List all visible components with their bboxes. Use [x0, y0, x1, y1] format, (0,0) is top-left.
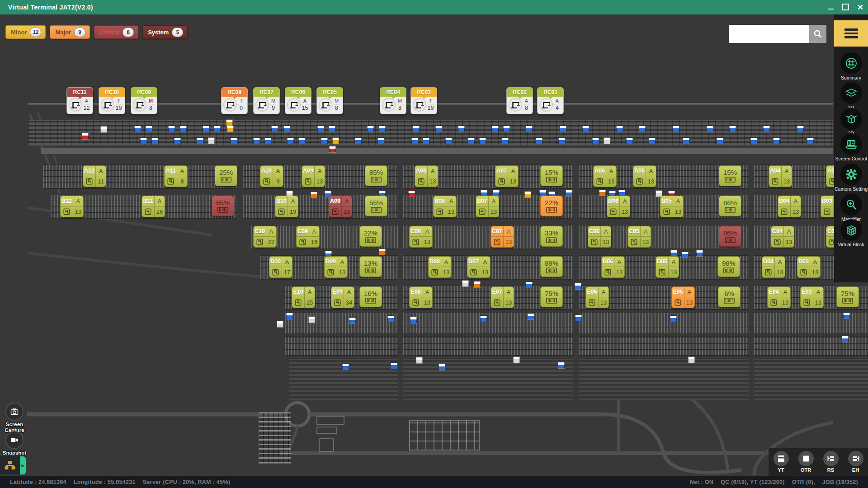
yard-block-a07[interactable]: A07 A 13 — [495, 165, 519, 187]
occupancy-badge[interactable]: 75% — [540, 286, 563, 307]
yard-block-a05[interactable]: A05 A 13 — [633, 165, 656, 187]
yard-block-d05[interactable]: D05 A 13 — [656, 256, 679, 278]
yard-block-a06[interactable]: A06 A 13 — [593, 165, 617, 187]
yard-block-b07[interactable]: B07 A 13 — [476, 196, 499, 217]
occupancy-badge[interactable]: 86% — [719, 226, 741, 247]
yard-block-c06[interactable]: C06 A 13 — [588, 226, 611, 248]
yard-block-e10[interactable]: E10 A 25 — [292, 286, 315, 308]
yard-block-a11[interactable]: A11 A 8 — [164, 165, 188, 187]
yard-block-d07[interactable]: D07 A 13 — [467, 256, 491, 278]
search-input[interactable] — [729, 25, 809, 43]
yard-block-e03[interactable]: E03 A 13 — [800, 286, 824, 308]
occupancy-badge[interactable]: 65% — [212, 196, 234, 216]
toolbar-rs-button[interactable]: RS — [823, 451, 839, 473]
occupancy-badge[interactable]: 22% — [359, 226, 382, 247]
toolbar-eh-button[interactable]: EH — [848, 451, 863, 473]
alert-filter-major[interactable]: Major9 — [50, 25, 90, 39]
yard-block-b08[interactable]: B08 A 13 — [433, 196, 457, 217]
yard-block-b10[interactable]: B10 A 19 — [275, 196, 298, 217]
occupancy-badge[interactable]: 22% — [540, 196, 563, 216]
yard-block-a08[interactable]: A08 A 13 — [415, 165, 438, 187]
occupancy-badge[interactable]: 15% — [540, 165, 563, 186]
sidebar-item-screen-control[interactable]: Screen Control — [834, 133, 868, 161]
tree-panel-button[interactable] — [0, 456, 20, 474]
snapshot-button[interactable]: Snapshot — [1, 431, 28, 456]
yard-block-e06[interactable]: E06 A 13 — [585, 286, 609, 308]
menu-button[interactable] — [834, 20, 868, 47]
yard-block-e04[interactable]: E04 A 13 — [767, 286, 791, 308]
yard-block-c05[interactable]: C05 A 13 — [627, 226, 651, 248]
sidebar-item-2d[interactable]: 2D — [834, 82, 868, 110]
crane-card-rc03[interactable]: RC03 T 19 — [410, 87, 437, 114]
minimize-button[interactable] — [828, 4, 834, 10]
yard-block-d10[interactable]: D10 A 17 — [269, 256, 292, 278]
sidebar-item-camera-setting[interactable]: Camera Setting — [834, 164, 868, 192]
crane-card-rc07[interactable]: RC07 M 9 — [253, 87, 280, 114]
occupancy-badge[interactable]: 25% — [215, 165, 237, 186]
yard-block-a09[interactable]: A09 A 13 — [329, 196, 352, 217]
alert-label: System — [148, 29, 169, 36]
crane-card-rc08[interactable]: RC08 T 0 — [221, 87, 248, 114]
container-icon — [546, 177, 557, 183]
maximize-button[interactable] — [842, 4, 849, 11]
yard-block-d09[interactable]: D09 A 13 — [324, 256, 348, 278]
toolbar-otr-button[interactable]: OTR — [798, 451, 814, 473]
yard-block-b12[interactable]: B12 A 13 — [60, 196, 84, 217]
crane-card-rc02[interactable]: RC02 A 8 — [506, 87, 533, 114]
occupancy-badge[interactable]: 75% — [836, 286, 859, 307]
sidebar-item-virtual-block[interactable]: Virtual Block — [834, 219, 868, 247]
alert-filter-system[interactable]: System5 — [142, 25, 188, 39]
yard-block-a04[interactable]: A04 A 13 — [769, 165, 792, 187]
occupancy-badge[interactable]: 98% — [717, 256, 740, 277]
toolbar-yt-button[interactable]: YT — [774, 451, 789, 473]
sidebar-item-3d[interactable]: 3D — [834, 108, 868, 136]
yard-block-e07[interactable]: E07 A 13 — [491, 286, 514, 308]
search-button[interactable] — [809, 25, 826, 43]
yard-block-c09[interactable]: C09 A 16 — [296, 226, 320, 248]
alert-filter-minor[interactable]: Minor12 — [5, 25, 46, 39]
sidebar-item-magnifier[interactable]: Magnifier — [834, 194, 868, 222]
crane-card-rc04[interactable]: RC04 M 8 — [380, 87, 406, 114]
yard-block-d08[interactable]: D08 A 13 — [428, 256, 452, 278]
occupancy-badge[interactable]: 66% — [719, 196, 741, 216]
yard-block-c04[interactable]: C04 A 13 — [771, 226, 794, 248]
crane-card-rc01[interactable]: RC01 A 4 — [537, 87, 564, 114]
alert-filter-critical[interactable]: Critical8 — [94, 25, 138, 39]
occupancy-badge[interactable]: 16% — [359, 286, 382, 307]
yard-block-c10[interactable]: C10 A 22 — [253, 226, 277, 248]
yard-block-d06[interactable]: D06 A 13 — [601, 256, 625, 278]
sidebar-item-summary[interactable]: Summary — [834, 52, 868, 80]
occupancy-badge[interactable]: 13% — [359, 256, 382, 277]
yard-block-d04[interactable]: D04 A 13 — [762, 256, 785, 278]
yard-block-d03[interactable]: D03 A 13 — [797, 256, 821, 278]
yard-block-a09[interactable]: A09 A 13 — [302, 165, 325, 187]
crane-card-rc05[interactable]: RC05 M 8 — [316, 87, 343, 114]
panel-expand-button[interactable]: ▶ — [20, 456, 26, 474]
occupancy-badge[interactable]: 33% — [540, 226, 563, 247]
close-button[interactable]: ✕ — [857, 4, 863, 11]
yard-block-c07[interactable]: C07 A 13 — [491, 226, 514, 248]
crane-icon — [413, 98, 426, 112]
crane-card-rc10[interactable]: RC10 T 19 — [99, 87, 125, 114]
yard-block-a10[interactable]: A10 A 9 — [260, 165, 283, 187]
yard-block-e08[interactable]: E08 A 13 — [409, 286, 433, 308]
yard-block-e05[interactable]: E05 A 13 — [671, 286, 695, 308]
container-marker — [696, 250, 703, 257]
yard-block-c08[interactable]: C08 A 13 — [409, 226, 433, 248]
occupancy-badge[interactable]: 88% — [540, 256, 563, 277]
occupancy-badge[interactable]: 6% — [718, 286, 741, 307]
yard-block-a12[interactable]: A12 A 11 — [83, 165, 106, 187]
terminal-map[interactable]: RC11 A 12 RC10 — [0, 14, 868, 476]
yard-block-b11[interactable]: B11 A 26 — [142, 196, 165, 217]
occupancy-badge[interactable]: 55% — [365, 196, 387, 216]
crane-card-rc11[interactable]: RC11 A 12 — [66, 87, 93, 114]
yard-block-b04[interactable]: B04 A 13 — [778, 196, 801, 217]
yard-block-e09[interactable]: E09 A 34 — [331, 286, 354, 308]
crane-card-rc06[interactable]: RC06 A 15 — [285, 87, 311, 114]
occupancy-badge[interactable]: 85% — [365, 165, 387, 186]
crane-card-rc09[interactable]: RC09 M 8 — [131, 87, 157, 114]
screen-capture-button[interactable]: Screen Capture — [1, 403, 28, 433]
yard-block-b06[interactable]: B06 A 13 — [607, 196, 630, 217]
occupancy-badge[interactable]: 15% — [719, 165, 741, 186]
yard-block-b05[interactable]: B05 A 13 — [660, 196, 684, 217]
